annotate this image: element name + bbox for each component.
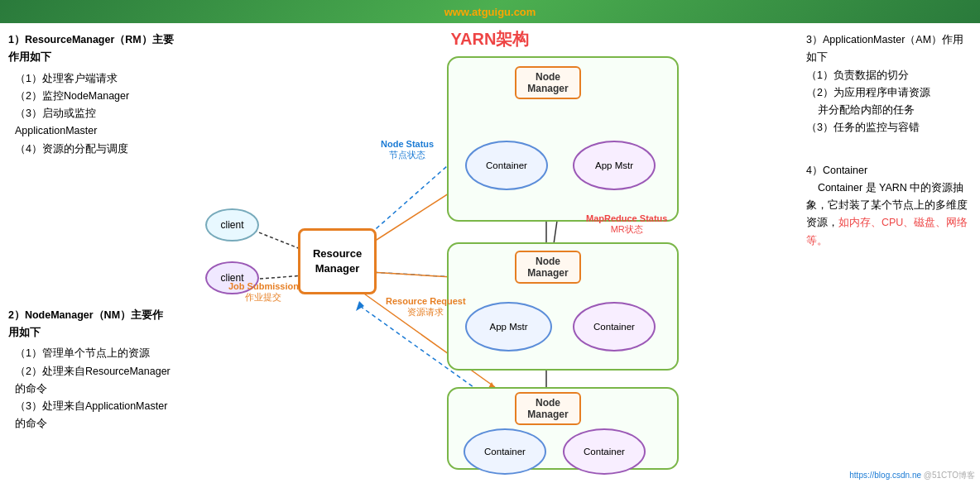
right-section3-title: 3）ApplicationMaster（AM）作用如下 bbox=[806, 31, 972, 67]
container-mid: Container bbox=[573, 302, 656, 351]
nm-bot: Node Manager bbox=[515, 392, 581, 425]
main-area: 1）ResourceManager（RM）主要作用如下 （1）处理客户端请求 （… bbox=[0, 23, 980, 483]
nm-mid: Node Manager bbox=[515, 251, 581, 284]
container-bot-left: Container bbox=[464, 428, 546, 475]
svg-marker-5 bbox=[356, 301, 364, 311]
resource-request-label: Resource Request 资源请求 bbox=[386, 296, 466, 318]
left-item-2-3: （3）处理来自ApplicationMaster的命令 bbox=[8, 398, 174, 433]
left-section2-title: 2）NodeManager（NM）主要作用如下 bbox=[8, 307, 174, 342]
appmstr-top-right: App Mstr bbox=[573, 141, 656, 190]
left-item-1-1: （1）处理客户端请求 bbox=[8, 70, 174, 88]
client1: client bbox=[205, 208, 259, 242]
diagram-title: YARN架构 bbox=[451, 28, 530, 50]
right-section4-title: 4）Container bbox=[806, 162, 972, 179]
container-top-left: Container bbox=[465, 141, 548, 190]
node-status-label: Node Status 节点状态 bbox=[381, 139, 434, 161]
left-section1-title: 1）ResourceManager（RM）主要作用如下 bbox=[8, 31, 174, 67]
footer-text: @51CTO博客 bbox=[924, 471, 975, 480]
right-item-3-1: （1）负责数据的切分 bbox=[806, 67, 972, 84]
footer: https://blog.csdn.ne @51CTO博客 bbox=[844, 468, 980, 483]
mapreduce-status-label: MapReduce Status MR状态 bbox=[586, 213, 667, 236]
job-submission-label: Job Submission 作业提交 bbox=[228, 281, 299, 304]
left-item-2-2: （2）处理来自ResourceManager的命令 bbox=[8, 363, 174, 399]
right-item-3-2: （2）为应用程序申请资源 并分配给内部的任务 bbox=[806, 84, 972, 120]
right-item-3-3: （3）任务的监控与容错 bbox=[806, 119, 972, 136]
left-panel: 1）ResourceManager（RM）主要作用如下 （1）处理客户端请求 （… bbox=[0, 23, 182, 483]
center-diagram: YARN架构 bbox=[182, 23, 798, 483]
node-box-top: Node Manager Container App Mstr bbox=[447, 56, 679, 222]
left-item-1-4: （4）资源的分配与调度 bbox=[8, 141, 174, 158]
right-section4-text: Container 是 YARN 中的资源抽象，它封装了某个节点上的多维度资源，… bbox=[806, 179, 972, 250]
node-box-mid: Node Manager App Mstr Container bbox=[447, 242, 679, 371]
left-item-2-1: （1）管理单个节点上的资源 bbox=[8, 345, 174, 362]
right-panel: 3）ApplicationMaster（AM）作用如下 （1）负责数据的切分 （… bbox=[798, 23, 980, 483]
left-item-1-3: （3）启动或监控ApplicationMaster bbox=[8, 105, 174, 141]
top-bar: www.atguigu.com bbox=[0, 0, 980, 23]
footer-link[interactable]: https://blog.csdn.ne bbox=[849, 471, 921, 480]
url-label: www.atguigu.com bbox=[444, 6, 536, 18]
nm-top: Node Manager bbox=[515, 66, 581, 99]
container-bot-right: Container bbox=[563, 428, 646, 475]
left-item-1-2: （2）监控NodeManager bbox=[8, 88, 174, 105]
resource-manager-box: ResourceManager bbox=[298, 228, 377, 294]
appmstr-mid: App Mstr bbox=[465, 302, 552, 351]
